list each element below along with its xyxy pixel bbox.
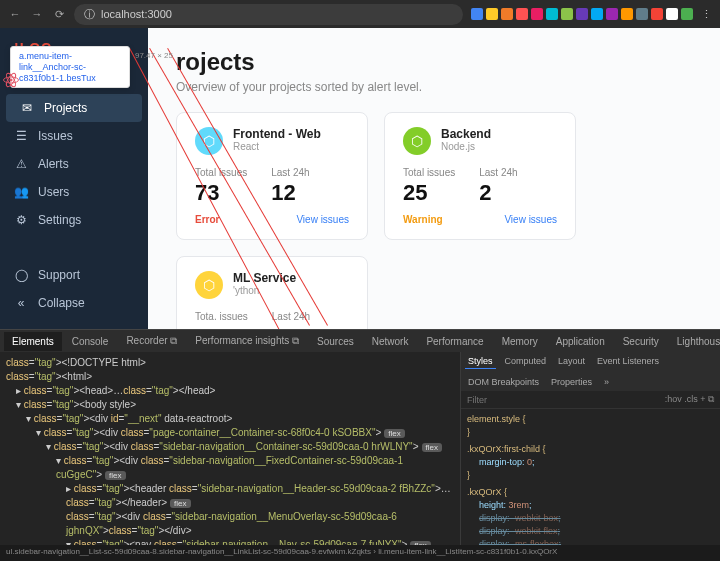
css-rule-block[interactable]: .kxQOrX {height: 3rem;display: -webkit-b… — [467, 486, 714, 545]
devtools-tab-performance-insights-[interactable]: Performance insights ⧉ — [187, 331, 307, 351]
alerts-icon: ⚠ — [14, 157, 28, 171]
card-title: Backend — [441, 127, 491, 141]
last-24h: 12 — [271, 180, 309, 206]
settings-icon: ⚙ — [14, 213, 28, 227]
extension-icon[interactable] — [606, 8, 618, 20]
reload-button[interactable]: ⟳ — [52, 7, 66, 21]
sidebar-item-alerts[interactable]: ⚠Alerts — [0, 150, 148, 178]
devtools-tab-console[interactable]: Console — [64, 332, 117, 351]
devtools-tab-security[interactable]: Security — [615, 332, 667, 351]
extension-icon[interactable] — [546, 8, 558, 20]
support-icon: ◯ — [14, 268, 28, 282]
extension-icon[interactable] — [621, 8, 633, 20]
extension-icon[interactable] — [681, 8, 693, 20]
issues-icon: ☰ — [14, 129, 28, 143]
dom-node[interactable]: ▾ class="tag"><div class="sidebar-naviga… — [6, 440, 454, 454]
styles-filter-input[interactable] — [467, 394, 659, 405]
sidebar-item-support[interactable]: ◯Support — [0, 261, 148, 289]
sidebar-item-projects[interactable]: ✉Projects — [6, 94, 142, 122]
dom-node[interactable]: class="tag"><div class="sidebar-navigati… — [6, 510, 454, 538]
extension-icon[interactable] — [471, 8, 483, 20]
styles-tab--[interactable]: » — [601, 375, 612, 389]
dom-node[interactable]: ▾ class="tag"><div id="__next" data-reac… — [6, 412, 454, 426]
card-title: Frontend - Web — [233, 127, 321, 141]
devtools-panel: ElementsConsoleRecorder ⧉Performance ins… — [0, 329, 720, 561]
css-rule-block[interactable]: element.style {} — [467, 413, 714, 439]
devtools-tab-memory[interactable]: Memory — [494, 332, 546, 351]
last-24h: 2 — [479, 180, 517, 206]
card-tech: React — [233, 141, 321, 152]
styles-tab-dom-breakpoints[interactable]: DOM Breakpoints — [465, 375, 542, 389]
devtools-tab-sources[interactable]: Sources — [309, 332, 362, 351]
card-tech: Node.js — [441, 141, 491, 152]
extension-icon[interactable] — [531, 8, 543, 20]
devtools-tabs: ElementsConsoleRecorder ⧉Performance ins… — [0, 330, 720, 352]
dom-tree[interactable]: class="tag"><!DOCTYPE html>class="tag"><… — [0, 352, 460, 545]
extension-icon[interactable] — [651, 8, 663, 20]
info-icon: ⓘ — [84, 7, 95, 22]
styles-tab-properties[interactable]: Properties — [548, 375, 595, 389]
address-bar[interactable]: ⓘ localhost:3000 — [74, 4, 463, 25]
breadcrumb-path[interactable]: ul.sidebar-navigation__List-sc-59d09caa-… — [0, 545, 720, 561]
browser-chrome: ← → ⟳ ⓘ localhost:3000 ⋮ — [0, 0, 720, 28]
back-button[interactable]: ← — [8, 7, 22, 21]
dom-node[interactable]: class="tag"><html> — [6, 370, 454, 384]
sidebar-item-users[interactable]: 👥Users — [0, 178, 148, 206]
sidebar-item-label: Users — [38, 185, 69, 199]
view-issues-link[interactable]: View issues — [504, 214, 557, 225]
tech-icon: ⬡ — [403, 127, 431, 155]
react-devtools-icon[interactable] — [2, 71, 20, 89]
dom-node[interactable]: ▸ class="tag"><head>…class="tag"></head> — [6, 384, 454, 398]
styles-toggles[interactable]: :hov .cls + ⧉ — [665, 394, 714, 405]
styles-tab-computed[interactable]: Computed — [502, 354, 550, 369]
sidebar-item-settings[interactable]: ⚙Settings — [0, 206, 148, 234]
dom-node[interactable]: class="tag"><!DOCTYPE html> — [6, 356, 454, 370]
css-rule-block[interactable]: .kxQOrX:first-child {margin-top: 0;} — [467, 443, 714, 482]
collapse-icon: « — [14, 296, 28, 310]
devtools-tab-elements[interactable]: Elements — [4, 332, 62, 351]
extension-icon[interactable] — [576, 8, 588, 20]
projects-icon: ✉ — [20, 101, 34, 115]
dom-node[interactable]: ▾ class="tag"><nav class="sidebar-naviga… — [6, 538, 454, 545]
extension-icon[interactable] — [591, 8, 603, 20]
devtools-tab-recorder-[interactable]: Recorder ⧉ — [118, 331, 185, 351]
extension-icon[interactable] — [486, 8, 498, 20]
styles-tab-layout[interactable]: Layout — [555, 354, 588, 369]
devtools-tab-performance[interactable]: Performance — [418, 332, 491, 351]
status-badge: Warning — [403, 214, 443, 225]
page-title: rojects — [176, 48, 692, 76]
project-card: ⬡BackendNode.jsTotal issues25Last 24h2Wa… — [384, 112, 576, 240]
dom-node[interactable]: ▾ class="tag"><div class="sidebar-naviga… — [6, 454, 454, 482]
users-icon: 👥 — [14, 185, 28, 199]
sidebar-item-collapse[interactable]: «Collapse — [0, 289, 148, 317]
project-card: ⬡Frontend - WebReactTotal issues73Last 2… — [176, 112, 368, 240]
extension-icon[interactable] — [636, 8, 648, 20]
svg-point-3 — [10, 79, 12, 81]
sidebar-item-issues[interactable]: ☰Issues — [0, 122, 148, 150]
extension-icon[interactable] — [501, 8, 513, 20]
sidebar-item-label: Collapse — [38, 296, 85, 310]
page-subtitle: Overview of your projects sorted by aler… — [176, 80, 692, 94]
extension-icon[interactable] — [516, 8, 528, 20]
menu-icon[interactable]: ⋮ — [701, 8, 712, 21]
sidebar-item-label: Alerts — [38, 157, 69, 171]
devtools-tab-lighthouse[interactable]: Lighthouse — [669, 332, 720, 351]
dom-node[interactable]: ▸ class="tag"><header class="sidebar-nav… — [6, 482, 454, 510]
view-issues-link[interactable]: View issues — [296, 214, 349, 225]
extension-icon[interactable] — [666, 8, 678, 20]
devtools-tab-application[interactable]: Application — [548, 332, 613, 351]
sidebar-item-label: Support — [38, 268, 80, 282]
element-tooltip: a.menu-item-link__Anchor-sc-c831f0b1-1.b… — [10, 46, 130, 88]
styles-tab-event-listeners[interactable]: Event Listeners — [594, 354, 662, 369]
dom-node[interactable]: ▾ class="tag"><body style> — [6, 398, 454, 412]
devtools-tab-network[interactable]: Network — [364, 332, 417, 351]
styles-pane: StylesComputedLayoutEvent ListenersDOM B… — [460, 352, 720, 545]
total-issues: 0 — [195, 324, 248, 329]
extension-icon[interactable] — [561, 8, 573, 20]
dom-node[interactable]: ▾ class="tag"><div class="page-container… — [6, 426, 454, 440]
tech-icon: ⬡ — [195, 271, 223, 299]
styles-tab-styles[interactable]: Styles — [465, 354, 496, 369]
url-text: localhost:3000 — [101, 8, 172, 20]
sidebar-item-label: Projects — [44, 101, 87, 115]
forward-button[interactable]: → — [30, 7, 44, 21]
